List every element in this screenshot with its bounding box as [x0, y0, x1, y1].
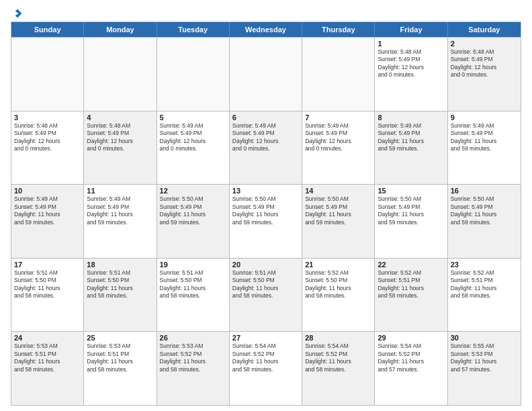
empty-cell: [11, 38, 84, 111]
day-number: 6: [232, 113, 299, 122]
day-number: 30: [451, 334, 518, 342]
day-cell-20: 20Sunrise: 5:51 AMSunset: 5:50 PMDayligh…: [230, 259, 302, 332]
day-cell-7: 7Sunrise: 5:49 AMSunset: 5:49 PMDaylight…: [302, 111, 375, 185]
day-number: 21: [305, 261, 371, 269]
day-number: 25: [87, 334, 153, 342]
day-number: 4: [87, 113, 153, 122]
day-info: Sunrise: 5:49 AMSunset: 5:49 PMDaylight:…: [160, 122, 226, 153]
header-cell-thursday: Thursday: [302, 22, 375, 37]
page-header: [11, 8, 521, 17]
calendar-row-2: 10Sunrise: 5:49 AMSunset: 5:49 PMDayligh…: [11, 184, 521, 258]
day-info: Sunrise: 5:53 AMSunset: 5:51 PMDaylight:…: [87, 342, 153, 373]
day-cell-11: 11Sunrise: 5:49 AMSunset: 5:49 PMDayligh…: [84, 185, 157, 258]
day-cell-5: 5Sunrise: 5:49 AMSunset: 5:49 PMDaylight…: [157, 111, 230, 185]
header-cell-wednesday: Wednesday: [230, 22, 302, 37]
empty-cell: [230, 38, 302, 111]
day-number: 14: [305, 187, 371, 195]
day-cell-30: 30Sunrise: 5:55 AMSunset: 5:53 PMDayligh…: [448, 332, 521, 405]
day-number: 28: [305, 334, 371, 342]
header-cell-saturday: Saturday: [448, 22, 521, 37]
day-cell-27: 27Sunrise: 5:54 AMSunset: 5:52 PMDayligh…: [230, 332, 302, 405]
day-number: 17: [14, 261, 81, 269]
day-cell-3: 3Sunrise: 5:48 AMSunset: 5:49 PMDaylight…: [11, 111, 84, 185]
day-info: Sunrise: 5:51 AMSunset: 5:50 PMDaylight:…: [87, 269, 153, 300]
day-number: 9: [451, 113, 518, 122]
calendar-row-3: 17Sunrise: 5:51 AMSunset: 5:50 PMDayligh…: [11, 258, 521, 332]
day-number: 23: [451, 261, 518, 269]
day-info: Sunrise: 5:50 AMSunset: 5:49 PMDaylight:…: [232, 195, 299, 226]
header-cell-tuesday: Tuesday: [157, 22, 230, 37]
day-info: Sunrise: 5:52 AMSunset: 5:50 PMDaylight:…: [305, 269, 371, 300]
day-number: 11: [87, 187, 153, 195]
calendar-row-4: 24Sunrise: 5:53 AMSunset: 5:51 PMDayligh…: [11, 331, 521, 405]
day-info: Sunrise: 5:52 AMSunset: 5:51 PMDaylight:…: [451, 269, 518, 300]
day-info: Sunrise: 5:54 AMSunset: 5:52 PMDaylight:…: [305, 342, 371, 373]
day-info: Sunrise: 5:51 AMSunset: 5:50 PMDaylight:…: [160, 269, 226, 300]
day-cell-8: 8Sunrise: 5:49 AMSunset: 5:49 PMDaylight…: [375, 111, 447, 185]
day-number: 20: [232, 261, 299, 269]
day-number: 26: [160, 334, 226, 342]
header-cell-monday: Monday: [84, 22, 157, 37]
day-cell-10: 10Sunrise: 5:49 AMSunset: 5:49 PMDayligh…: [11, 185, 84, 258]
day-number: 27: [232, 334, 299, 342]
calendar-header: SundayMondayTuesdayWednesdayThursdayFrid…: [11, 22, 521, 37]
day-number: 29: [378, 334, 444, 342]
day-cell-24: 24Sunrise: 5:53 AMSunset: 5:51 PMDayligh…: [11, 332, 84, 405]
day-cell-4: 4Sunrise: 5:48 AMSunset: 5:49 PMDaylight…: [84, 111, 157, 185]
day-number: 16: [451, 187, 518, 195]
calendar-body: 1Sunrise: 5:48 AMSunset: 5:49 PMDaylight…: [11, 37, 521, 405]
logo-icon: [12, 8, 23, 19]
calendar-row-1: 3Sunrise: 5:48 AMSunset: 5:49 PMDaylight…: [11, 111, 521, 185]
day-info: Sunrise: 5:54 AMSunset: 5:52 PMDaylight:…: [232, 342, 299, 373]
day-info: Sunrise: 5:49 AMSunset: 5:49 PMDaylight:…: [87, 195, 153, 226]
logo: [11, 8, 23, 17]
day-number: 7: [305, 113, 371, 122]
day-info: Sunrise: 5:48 AMSunset: 5:49 PMDaylight:…: [378, 48, 444, 79]
day-cell-22: 22Sunrise: 5:52 AMSunset: 5:51 PMDayligh…: [375, 259, 447, 332]
day-cell-26: 26Sunrise: 5:53 AMSunset: 5:52 PMDayligh…: [157, 332, 230, 405]
day-number: 19: [160, 261, 226, 269]
day-info: Sunrise: 5:50 AMSunset: 5:49 PMDaylight:…: [378, 195, 444, 226]
day-info: Sunrise: 5:50 AMSunset: 5:49 PMDaylight:…: [160, 195, 226, 226]
empty-cell: [157, 38, 230, 111]
day-cell-18: 18Sunrise: 5:51 AMSunset: 5:50 PMDayligh…: [84, 259, 157, 332]
day-info: Sunrise: 5:48 AMSunset: 5:49 PMDaylight:…: [87, 122, 153, 153]
day-number: 24: [14, 334, 81, 342]
day-cell-29: 29Sunrise: 5:54 AMSunset: 5:52 PMDayligh…: [375, 332, 447, 405]
day-number: 15: [378, 187, 444, 195]
day-cell-17: 17Sunrise: 5:51 AMSunset: 5:50 PMDayligh…: [11, 259, 84, 332]
day-cell-12: 12Sunrise: 5:50 AMSunset: 5:49 PMDayligh…: [157, 185, 230, 258]
header-cell-friday: Friday: [375, 22, 447, 37]
day-number: 22: [378, 261, 444, 269]
day-cell-28: 28Sunrise: 5:54 AMSunset: 5:52 PMDayligh…: [302, 332, 375, 405]
day-number: 18: [87, 261, 153, 269]
day-number: 1: [378, 40, 444, 48]
day-info: Sunrise: 5:52 AMSunset: 5:51 PMDaylight:…: [378, 269, 444, 300]
day-cell-16: 16Sunrise: 5:50 AMSunset: 5:49 PMDayligh…: [448, 185, 521, 258]
day-number: 5: [160, 113, 226, 122]
day-info: Sunrise: 5:48 AMSunset: 5:49 PMDaylight:…: [451, 48, 518, 79]
day-cell-1: 1Sunrise: 5:48 AMSunset: 5:49 PMDaylight…: [375, 38, 447, 111]
day-number: 3: [14, 113, 81, 122]
day-info: Sunrise: 5:53 AMSunset: 5:52 PMDaylight:…: [160, 342, 226, 373]
day-cell-19: 19Sunrise: 5:51 AMSunset: 5:50 PMDayligh…: [157, 259, 230, 332]
day-info: Sunrise: 5:51 AMSunset: 5:50 PMDaylight:…: [232, 269, 299, 300]
day-number: 10: [14, 187, 81, 195]
day-info: Sunrise: 5:50 AMSunset: 5:49 PMDaylight:…: [451, 195, 518, 226]
day-info: Sunrise: 5:50 AMSunset: 5:49 PMDaylight:…: [305, 195, 371, 226]
day-cell-13: 13Sunrise: 5:50 AMSunset: 5:49 PMDayligh…: [230, 185, 302, 258]
day-info: Sunrise: 5:49 AMSunset: 5:49 PMDaylight:…: [378, 122, 444, 153]
day-info: Sunrise: 5:54 AMSunset: 5:52 PMDaylight:…: [378, 342, 444, 373]
day-number: 2: [451, 40, 518, 48]
day-info: Sunrise: 5:49 AMSunset: 5:49 PMDaylight:…: [305, 122, 371, 153]
day-number: 12: [160, 187, 226, 195]
day-cell-14: 14Sunrise: 5:50 AMSunset: 5:49 PMDayligh…: [302, 185, 375, 258]
day-info: Sunrise: 5:49 AMSunset: 5:49 PMDaylight:…: [451, 122, 518, 153]
day-info: Sunrise: 5:53 AMSunset: 5:51 PMDaylight:…: [14, 342, 81, 373]
header-cell-sunday: Sunday: [11, 22, 84, 37]
day-cell-6: 6Sunrise: 5:49 AMSunset: 5:49 PMDaylight…: [230, 111, 302, 185]
day-info: Sunrise: 5:51 AMSunset: 5:50 PMDaylight:…: [14, 269, 81, 300]
day-info: Sunrise: 5:49 AMSunset: 5:49 PMDaylight:…: [14, 195, 81, 226]
day-number: 13: [232, 187, 299, 195]
empty-cell: [84, 38, 157, 111]
